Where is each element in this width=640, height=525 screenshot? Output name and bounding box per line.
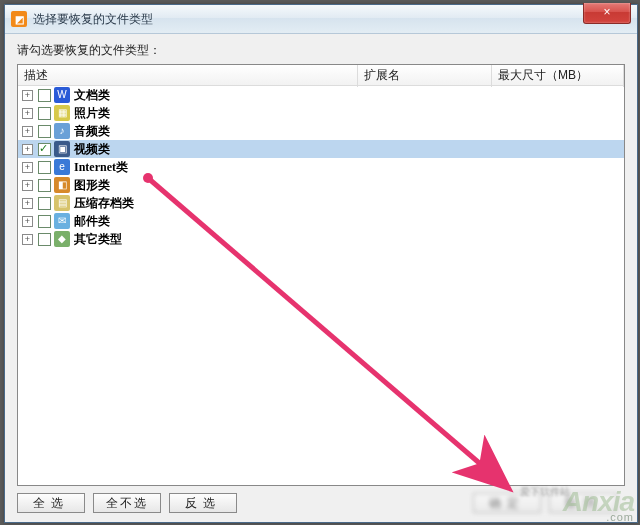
file-type-icon: ▦: [54, 105, 70, 121]
dialog-window: ◩ 选择要恢复的文件类型 × 请勾选要恢复的文件类型： 描述 扩展名 最大尺寸（…: [4, 4, 638, 523]
table-row[interactable]: +▤压缩存档类: [18, 194, 624, 212]
expand-icon[interactable]: +: [22, 198, 33, 209]
file-type-icon: W: [54, 87, 70, 103]
invert-button[interactable]: 反选: [169, 493, 237, 513]
select-all-button[interactable]: 全选: [17, 493, 85, 513]
table-row[interactable]: +eInternet类: [18, 158, 624, 176]
rows-container: +W文档类+▦照片类+♪音频类+▣视频类+eInternet类+◧图形类+▤压缩…: [18, 86, 624, 248]
select-none-button[interactable]: 全不选: [93, 493, 161, 513]
file-type-icon: ◧: [54, 177, 70, 193]
row-label: 视频类: [74, 141, 110, 158]
checkbox[interactable]: [38, 233, 51, 246]
row-label: 邮件类: [74, 213, 110, 230]
file-type-icon: ▣: [54, 141, 70, 157]
checkbox[interactable]: [38, 197, 51, 210]
row-label: 其它类型: [74, 231, 122, 248]
expand-icon[interactable]: +: [22, 180, 33, 191]
ok-button[interactable]: 确定: [473, 493, 541, 513]
expand-icon[interactable]: +: [22, 162, 33, 173]
row-label: 音频类: [74, 123, 110, 140]
expand-icon[interactable]: +: [22, 90, 33, 101]
bottom-bar: 全选 全不选 反选 确定 取消: [17, 492, 625, 514]
table-row[interactable]: +▣视频类: [18, 140, 624, 158]
col-ext[interactable]: 扩展名: [358, 64, 492, 87]
file-type-icon: e: [54, 159, 70, 175]
row-label: 照片类: [74, 105, 110, 122]
col-size[interactable]: 最大尺寸（MB）: [492, 64, 624, 87]
table-row[interactable]: +◆其它类型: [18, 230, 624, 248]
file-type-icon: ♪: [54, 123, 70, 139]
list-header: 描述 扩展名 最大尺寸（MB）: [18, 65, 624, 86]
instruction-text: 请勾选要恢复的文件类型：: [5, 34, 637, 65]
table-row[interactable]: +W文档类: [18, 86, 624, 104]
row-label: 文档类: [74, 87, 110, 104]
checkbox[interactable]: [38, 125, 51, 138]
col-desc[interactable]: 描述: [18, 64, 358, 87]
checkbox[interactable]: [38, 89, 51, 102]
checkbox[interactable]: [38, 107, 51, 120]
row-label: 图形类: [74, 177, 110, 194]
titlebar: ◩ 选择要恢复的文件类型 ×: [5, 5, 637, 34]
expand-icon[interactable]: +: [22, 234, 33, 245]
file-type-icon: ◆: [54, 231, 70, 247]
checkbox[interactable]: [38, 179, 51, 192]
expand-icon[interactable]: +: [22, 108, 33, 119]
file-type-icon: ▤: [54, 195, 70, 211]
table-row[interactable]: +◧图形类: [18, 176, 624, 194]
expand-icon[interactable]: +: [22, 216, 33, 227]
window-title: 选择要恢复的文件类型: [33, 11, 153, 28]
checkbox[interactable]: [38, 215, 51, 228]
file-type-icon: ✉: [54, 213, 70, 229]
checkbox[interactable]: [38, 161, 51, 174]
expand-icon[interactable]: +: [22, 126, 33, 137]
close-button[interactable]: ×: [583, 3, 631, 24]
row-label: 压缩存档类: [74, 195, 134, 212]
row-label: Internet类: [74, 159, 128, 176]
expand-icon[interactable]: +: [22, 144, 33, 155]
app-icon: ◩: [11, 11, 27, 27]
table-row[interactable]: +✉邮件类: [18, 212, 624, 230]
table-row[interactable]: +♪音频类: [18, 122, 624, 140]
table-row[interactable]: +▦照片类: [18, 104, 624, 122]
file-type-list: 描述 扩展名 最大尺寸（MB） +W文档类+▦照片类+♪音频类+▣视频类+eIn…: [17, 64, 625, 486]
dialog-body: 请勾选要恢复的文件类型： 描述 扩展名 最大尺寸（MB） +W文档类+▦照片类+…: [5, 34, 637, 522]
cancel-button[interactable]: 取消: [549, 493, 617, 513]
checkbox[interactable]: [38, 143, 51, 156]
